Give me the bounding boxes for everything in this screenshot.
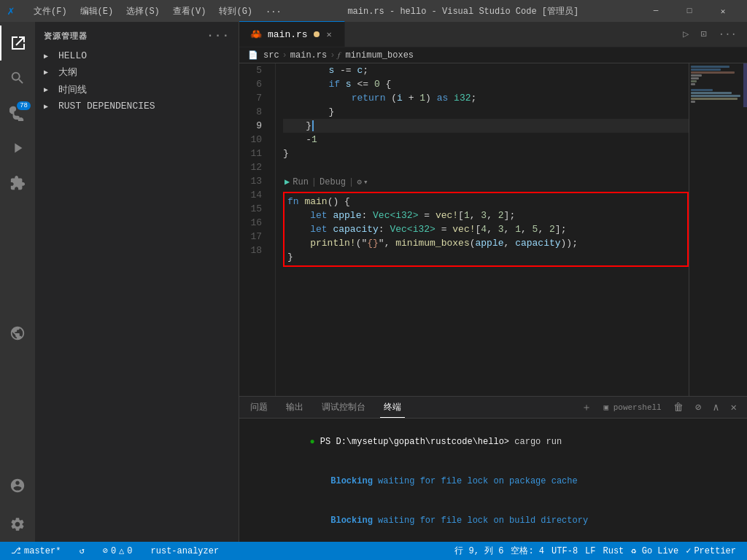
tab-main-rs[interactable]: 🦀 main.rs ✕ [239, 21, 345, 47]
line-6: 6 [239, 77, 268, 91]
sidebar-item-rust-deps[interactable]: ▶ RUST DEPENDENCIES [35, 98, 239, 114]
close-panel-button[interactable]: ✕ [728, 400, 740, 415]
code-line-5: s -= c; [283, 63, 689, 77]
line-8: 8 [239, 105, 268, 119]
panel-tab-debug-console[interactable]: 调试控制台 [318, 397, 369, 418]
sidebar-more-button[interactable]: ··· [206, 29, 230, 42]
run-link[interactable]: Run [293, 176, 309, 190]
close-button[interactable]: ✕ [706, 0, 740, 22]
kill-terminal-button[interactable]: 🗑 [670, 400, 686, 415]
menu-select[interactable]: 选择(S) [120, 4, 166, 19]
rust-analyzer-status[interactable]: rust-analyzer [147, 542, 223, 560]
split-editor-button[interactable]: ⊡ [697, 25, 709, 43]
sidebar-item-timeline[interactable]: ▶ 时间线 [35, 81, 239, 98]
clear-terminal-button[interactable]: ⊘ [692, 400, 704, 415]
sidebar-item-label: 大纲 [58, 66, 77, 79]
activity-source-control[interactable]: 78 [0, 96, 35, 131]
terminal-line-1: ● PS D:\mysetup\gopath\rustcode\hello> c… [247, 422, 740, 462]
debug-link[interactable]: Debug [320, 176, 346, 190]
activity-settings[interactable] [0, 507, 35, 542]
maximize-button[interactable]: □ [673, 0, 706, 22]
errors-warnings[interactable]: ⊘ 0 △ 0 [99, 542, 136, 560]
menu-file[interactable]: 文件(F) [28, 4, 73, 19]
minimap-line [691, 92, 732, 94]
breadcrumb-function[interactable]: minimum_boxes [345, 50, 414, 61]
activity-explorer[interactable] [0, 26, 35, 61]
menu-goto[interactable]: 转到(G) [213, 4, 258, 19]
code-line-15: let capacity: Vec<i32> = vec![4, 3, 1, 5… [287, 222, 684, 236]
minimize-button[interactable]: ─ [639, 0, 673, 22]
panel-tab-terminal[interactable]: 终端 [380, 397, 405, 418]
menu-view[interactable]: 查看(V) [167, 4, 212, 19]
sync-button[interactable]: ↺ [75, 542, 88, 560]
code-content[interactable]: s -= c; if s <= 0 { return (i + 1) as i3… [276, 63, 689, 396]
sidebar-item-label: 时间线 [58, 83, 87, 96]
encoding-status[interactable]: UTF-8 [548, 542, 581, 560]
maximize-panel-button[interactable]: ∧ [710, 400, 721, 415]
sidebar-item-hello[interactable]: ▶ HELLO [35, 48, 239, 63]
git-icon: ⎇ [11, 545, 21, 556]
prettier-label: Prettier [694, 546, 736, 556]
breadcrumb-main-rs[interactable]: main.rs [290, 50, 327, 61]
new-terminal-button[interactable]: ＋ [578, 400, 595, 416]
line-7: 7 [239, 91, 268, 105]
terminal-text: Blocking waiting for file lock on packag… [309, 476, 577, 486]
activity-extensions[interactable] [0, 166, 35, 201]
code-line-12 [283, 160, 689, 174]
minimap-content [689, 63, 747, 105]
dropdown-icon[interactable]: ▾ [363, 176, 368, 190]
activity-search[interactable] [0, 61, 35, 96]
panel: 问题 输出 调试控制台 终端 ＋ ▣ powershell 🗑 ⊘ ∧ ✕ [239, 396, 747, 542]
modified-indicator [314, 31, 320, 37]
line-ending-label: LF [585, 546, 595, 556]
tab-label: main.rs [268, 29, 308, 40]
indent-status[interactable]: 空格: 4 [507, 542, 548, 560]
menu-more[interactable]: ... [260, 4, 287, 19]
menu-edit[interactable]: 编辑(E) [74, 4, 120, 19]
line-18: 18 [239, 244, 268, 257]
editor-area: 🦀 main.rs ✕ ▷ ⊡ ··· 📄 src › main.rs › 𝑓 … [239, 22, 747, 542]
warning-count: 0 [127, 546, 132, 556]
gear-icon[interactable]: ⚙ [357, 176, 362, 190]
line-16: 16 [239, 216, 268, 230]
activity-run[interactable] [0, 131, 35, 166]
language-mode-status[interactable]: Rust [600, 542, 628, 560]
sidebar-header: 资源管理器 ··· [35, 22, 239, 46]
terminal-content[interactable]: ● PS D:\mysetup\gopath\rustcode\hello> c… [239, 419, 747, 542]
minimap-line [691, 77, 699, 79]
tab-close-button[interactable]: ✕ [325, 28, 333, 42]
breadcrumb-src[interactable]: src [263, 50, 279, 61]
panel-tab-problems[interactable]: 问题 [247, 397, 271, 418]
git-branch-status[interactable]: ⎇ master* [7, 542, 64, 560]
code-minimap-wrapper: 5 6 7 8 9 10 11 12 13 14 15 16 17 18 [239, 63, 747, 542]
code-line-13: fn main() { [287, 195, 684, 209]
run-code-button[interactable]: ▷ [680, 25, 692, 43]
line-12: 12 [239, 160, 268, 174]
code-line-16: println!("{}", minimum_boxes(apple, capa… [287, 236, 684, 250]
line-ending-status[interactable]: LF [581, 542, 599, 560]
arrow-icon: ▶ [44, 85, 55, 94]
more-actions-button[interactable]: ··· [716, 26, 740, 43]
go-live-status[interactable]: ♻ Go Live [627, 542, 682, 560]
code-line-18 [283, 267, 689, 281]
activity-account[interactable] [0, 468, 35, 503]
prettier-status[interactable]: ✓ Prettier [682, 542, 740, 560]
sidebar-item-outline[interactable]: ▶ 大纲 [35, 63, 239, 81]
minimap-line [691, 95, 740, 97]
breadcrumb-fn-icon: 𝑓 [338, 51, 340, 60]
main-layout: 78 资源管理器 ··· ▶ HELLO ▶ [0, 22, 747, 542]
panel-tab-output[interactable]: 输出 [282, 397, 307, 418]
breadcrumb-file-icon: 📄 [248, 50, 258, 60]
terminal-text: PS D:\mysetup\gopath\rustcode\hello> car… [320, 437, 562, 447]
rust-analyzer-label: rust-analyzer [151, 546, 220, 556]
sidebar-item-label: HELLO [58, 50, 87, 61]
terminal-line-2: Blocking waiting for file lock on packag… [247, 462, 740, 501]
cursor-position-status[interactable]: 行 9, 列 6 [451, 542, 507, 560]
minimap-line [691, 83, 695, 85]
breadcrumb-sep-2: › [330, 50, 335, 61]
code-line-14: let apple: Vec<i32> = vec![1, 3, 2]; [287, 209, 684, 222]
line-14: 14 [239, 188, 268, 202]
line-17: 17 [239, 230, 268, 244]
line-5: 5 [239, 63, 268, 77]
activity-remote[interactable] [0, 316, 35, 351]
